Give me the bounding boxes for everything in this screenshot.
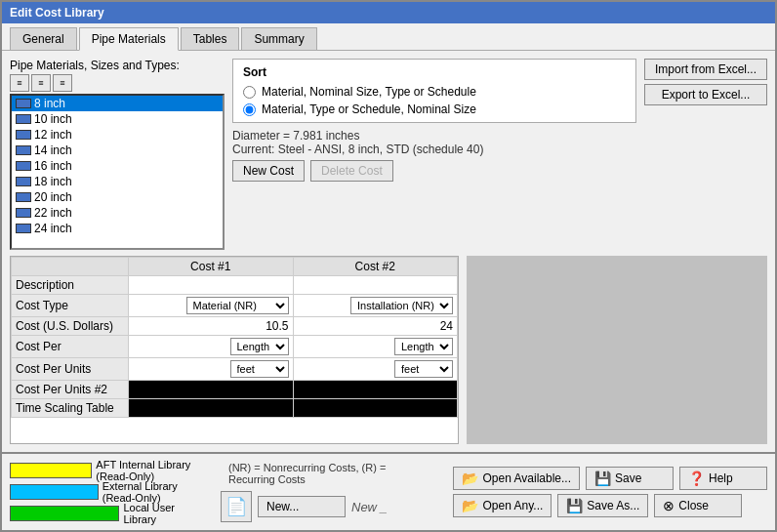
legend-color-aft — [10, 463, 92, 478]
pipe-materials-label: Pipe Materials, Sizes and Types: — [10, 59, 225, 72]
row-label-cost-dollars: Cost (U.S. Dollars) — [12, 317, 129, 336]
list-item[interactable]: 12 inch — [12, 127, 223, 143]
row-label-time-scaling: Time Scaling Table — [12, 399, 129, 418]
legend-label-external: External Library (Read-Only) — [102, 480, 205, 504]
list-item[interactable]: 16 inch — [12, 158, 223, 174]
save-as-icon: 💾 — [566, 498, 583, 513]
tab-pipe-materials[interactable]: Pipe Materials — [79, 27, 179, 51]
list-collapse-btn[interactable]: ≡ — [31, 74, 51, 92]
col-header-cost2: Cost #2 — [293, 258, 458, 276]
desc-col2-input-cell — [293, 276, 458, 295]
cost-type-col1-select[interactable]: Material (NR) Material (R) Installation … — [186, 297, 289, 314]
table-row: Time Scaling Table — [12, 399, 458, 418]
time-scaling-col2 — [293, 399, 458, 418]
sort-group: Sort Material, Nominal Size, Type or Sch… — [232, 59, 636, 123]
middle-section: Cost #1 Cost #2 Description — [10, 256, 767, 444]
help-icon: ❓ — [688, 471, 705, 486]
pipe-list-container: Pipe Materials, Sizes and Types: ≡ ≡ ≡ 8… — [10, 59, 225, 250]
help-button[interactable]: ❓ Help — [679, 467, 767, 490]
delete-cost-button[interactable]: Delete Cost — [310, 160, 393, 182]
tab-summary[interactable]: Summary — [241, 27, 316, 50]
window-title: Edit Cost Library — [10, 6, 104, 20]
list-expand-btn[interactable]: ≡ — [10, 74, 29, 92]
table-row: Cost Per Units #2 — [12, 381, 458, 399]
table-row: Cost (U.S. Dollars) 10.5 24 — [12, 317, 458, 336]
cost-dollars-col1: 10.5 — [129, 317, 294, 336]
cost-table-container: Cost #1 Cost #2 Description — [10, 256, 459, 444]
tab-tables[interactable]: Tables — [181, 27, 240, 50]
cost-dollars-col1-value: 10.5 — [266, 319, 288, 333]
sort-option1-radio[interactable] — [243, 86, 256, 99]
cost-per-units2-col1 — [129, 381, 294, 399]
desc-col1-input[interactable] — [133, 278, 289, 292]
title-bar: Edit Cost Library — [2, 2, 775, 23]
content-area: Pipe Materials, Sizes and Types: ≡ ≡ ≡ 8… — [2, 51, 775, 452]
table-row: Cost Per Length Each — [12, 336, 458, 358]
row-label-cost-per-units2: Cost Per Units #2 — [12, 381, 129, 399]
cost-per-units-col1-cell: feet meters — [129, 358, 294, 381]
legend-label-aft: AFT Internal Library (Read-Only) — [96, 459, 205, 482]
legend-color-external — [10, 484, 99, 500]
save-as-button[interactable]: 💾 Save As... — [557, 494, 648, 517]
list-item[interactable]: 20 inch — [12, 189, 223, 205]
pipe-icon — [16, 130, 31, 140]
tab-general[interactable]: General — [10, 27, 77, 50]
list-item[interactable]: 18 inch — [12, 174, 223, 189]
open-available-label: Open Available... — [482, 471, 571, 485]
cost-per-col2-cell: Length Each — [293, 336, 458, 358]
pipe-icon — [16, 99, 31, 108]
row-label-cost-type: Cost Type — [12, 295, 129, 317]
list-item[interactable]: 8 inch — [12, 96, 223, 111]
open-any-button[interactable]: 📂 Open Any... — [453, 494, 552, 517]
cost-per-units-col1-select[interactable]: feet meters — [230, 360, 289, 378]
time-scaling-col1 — [129, 399, 294, 418]
legend-external: External Library (Read-Only) — [10, 483, 205, 501]
sort-title: Sort — [243, 65, 626, 79]
col-header-label — [12, 258, 129, 276]
current-info: Current: Steel - ANSI, 8 inch, STD (sche… — [232, 143, 636, 156]
legend-color-local — [10, 506, 119, 521]
close-icon: ⊗ — [663, 498, 675, 513]
pipe-list[interactable]: 8 inch 10 inch 12 inch 14 inch — [10, 94, 225, 250]
save-button[interactable]: 💾 Save — [586, 467, 674, 490]
cost-dollars-col2-value: 24 — [440, 319, 453, 333]
legend-section: AFT Internal Library (Read-Only) Externa… — [10, 462, 205, 522]
new-cost-button[interactable]: New Cost — [232, 160, 305, 182]
table-row: Description — [12, 276, 458, 295]
save-label: Save — [615, 471, 641, 485]
tab-bar: General Pipe Materials Tables Summary — [2, 23, 775, 51]
cost-per-units2-col2 — [293, 381, 458, 399]
row-label-description: Description — [12, 276, 129, 295]
cost-per-units-col2-cell: feet meters — [293, 358, 458, 381]
col-header-cost1: Cost #1 — [129, 258, 294, 276]
pipe-icon — [16, 208, 31, 218]
gray-right-panel — [467, 256, 767, 444]
new-label: New _ — [351, 500, 388, 514]
sort-info: Sort Material, Nominal Size, Type or Sch… — [232, 59, 636, 182]
open-any-icon: 📂 — [462, 498, 478, 513]
cost-per-col2-select[interactable]: Length Each — [394, 338, 453, 355]
list-item[interactable]: 10 inch — [12, 111, 223, 127]
pipe-icon — [16, 224, 31, 233]
list-item[interactable]: 14 inch — [12, 143, 223, 158]
cost-per-units-col2-select[interactable]: feet meters — [394, 360, 453, 378]
list-item[interactable]: 22 inch — [12, 205, 223, 221]
main-window: Edit Cost Library General Pipe Materials… — [0, 0, 777, 532]
cost-type-col2-select[interactable]: Installation (NR) Material (NR) Material… — [350, 297, 453, 314]
list-options-btn[interactable]: ≡ — [53, 74, 72, 92]
list-item[interactable]: 24 inch — [12, 221, 223, 236]
export-excel-button[interactable]: Export to Excel... — [644, 84, 767, 105]
right-panel: Sort Material, Nominal Size, Type or Sch… — [232, 59, 767, 250]
nr-note: (NR) = Nonrecurring Costs, (R) = Recurri… — [221, 462, 437, 485]
open-available-button[interactable]: 📂 Open Available... — [453, 467, 580, 490]
cost-per-col1-select[interactable]: Length Each — [230, 338, 289, 355]
table-row: Cost Type Material (NR) Material (R) Ins… — [12, 295, 458, 317]
cost-type-col2-cell: Installation (NR) Material (NR) Material… — [293, 295, 458, 317]
pipe-icon — [16, 114, 31, 124]
sort-option2-radio[interactable] — [243, 103, 256, 116]
import-excel-button[interactable]: Import from Excel... — [644, 59, 767, 80]
close-button[interactable]: ⊗ Close — [654, 494, 742, 517]
desc-col2-input[interactable] — [298, 278, 454, 292]
new-button[interactable]: New... — [258, 496, 346, 517]
list-toolbar: ≡ ≡ ≡ — [10, 74, 225, 92]
